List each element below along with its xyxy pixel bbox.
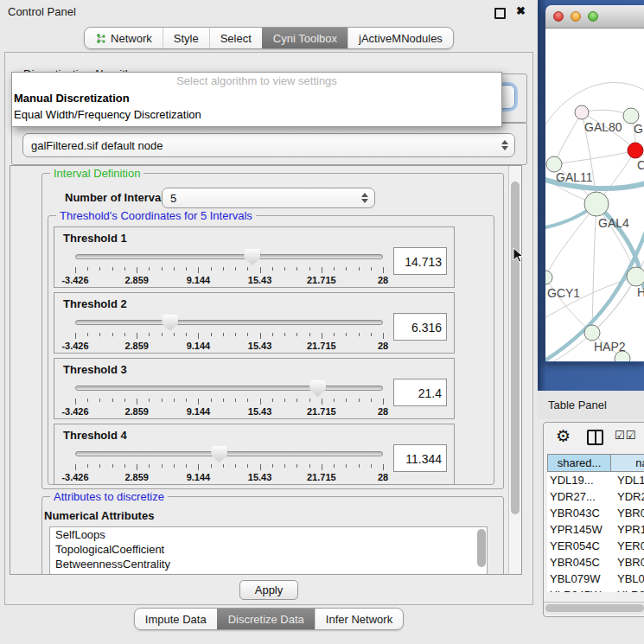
bottom-tab-infer-network[interactable]: Infer Network — [315, 609, 403, 629]
checkbox-icons[interactable]: ☑☑ — [615, 429, 636, 442]
tick-label: 9.144 — [187, 341, 211, 351]
threshold-value-field[interactable]: 21.4 — [393, 379, 447, 406]
table-row[interactable]: YBR043CYBR0 — [547, 505, 644, 521]
table-row[interactable]: YLR345WYLR3 — [547, 587, 644, 592]
slider-tick-labels: -3.4262.8599.14415.4321.71528 — [75, 341, 383, 351]
tick-label: 21.715 — [307, 406, 336, 417]
tick-mark — [211, 267, 212, 271]
bottom-tab-impute-data[interactable]: Impute Data — [135, 609, 217, 629]
network-canvas[interactable]: GAL80GCGAL11GAL4GCY1HHAP2 — [545, 29, 644, 361]
tick-mark — [112, 267, 113, 271]
tick-label: -3.426 — [61, 341, 88, 351]
slider-track[interactable] — [75, 320, 383, 325]
algorithm-popup-items: Manual DiscretizationEqual Width/Frequen… — [12, 90, 501, 123]
tab-jactivemnodules[interactable]: jActiveMNodules — [348, 28, 453, 48]
tick-label: 21.715 — [307, 275, 336, 285]
bottom-tab-discretize-data[interactable]: Discretize Data — [217, 609, 315, 629]
number-of-intervals-combobox[interactable]: 5 — [162, 188, 375, 208]
threshold-value-field[interactable]: 14.713 — [393, 247, 447, 275]
window-zoom-icon[interactable] — [588, 11, 598, 22]
tab-style[interactable]: Style — [163, 28, 209, 48]
tick-mark — [359, 267, 360, 271]
tab-network[interactable]: Network — [85, 28, 163, 48]
slider-thumb[interactable] — [244, 249, 260, 265]
threshold-slider-2[interactable]: -3.4262.8599.14415.4321.71528 — [75, 314, 383, 350]
tick-mark — [322, 333, 322, 339]
tick-mark — [211, 464, 212, 468]
attribute-item-betweennesscentrality[interactable]: BetweennessCentrality — [50, 557, 487, 571]
slider-ticks — [75, 464, 383, 471]
table-row[interactable]: YBR045CYBR0 — [547, 554, 644, 571]
slider-track[interactable] — [75, 254, 383, 259]
tick-mark — [87, 399, 88, 402]
list-scrollbar-thumb[interactable] — [477, 529, 486, 567]
desktop-background: GAL80GCGAL11GAL4GCY1HHAP2 — [538, 0, 644, 391]
tick-mark — [186, 333, 187, 336]
tab-cyni-toolbox[interactable]: Cyni Toolbox — [262, 28, 348, 48]
settings-vertical-scrollbar[interactable] — [508, 166, 521, 574]
attribute-item-selfloops[interactable]: SelfLoops — [50, 527, 487, 542]
table-row[interactable]: YDL19...YDL1 — [547, 472, 644, 488]
threshold-value-field[interactable]: 6.316 — [393, 313, 447, 341]
algorithm-option-equal-width-frequency-discretization[interactable]: Equal Width/Frequency Discretization — [12, 106, 501, 123]
table-data-combobox[interactable]: galFiltered.sif default node — [22, 133, 515, 157]
attribute-item-topologicalcoefficient[interactable]: TopologicalCoefficient — [50, 542, 487, 557]
threshold-label: Threshold 2 — [63, 297, 127, 310]
gear-icon[interactable]: ⚙ — [556, 426, 571, 446]
tick-mark — [137, 399, 137, 405]
network-node-gal4[interactable] — [584, 192, 609, 216]
table-panel-toolbar: ⚙ ☑☑ — [544, 423, 644, 452]
tick-mark — [359, 464, 360, 468]
window-minimize-icon[interactable] — [571, 11, 581, 22]
split-columns-icon[interactable] — [587, 430, 603, 445]
column-header-1[interactable]: shared... — [547, 454, 611, 472]
threshold-value-field[interactable]: 11.344 — [393, 444, 447, 472]
node-attribute-table[interactable]: shared...naYDL19...YDL1YDR27...YDR2YBR04… — [547, 454, 644, 592]
algorithm-option-manual-discretization[interactable]: Manual Discretization — [12, 90, 501, 106]
slider-track[interactable] — [75, 451, 383, 456]
table-row[interactable]: YDR27...YDR2 — [547, 488, 644, 505]
column-header-2[interactable]: na — [611, 454, 644, 472]
slider-thumb[interactable] — [162, 315, 178, 331]
table-horizontal-scrollbar[interactable] — [544, 602, 644, 615]
network-node-label: HAP2 — [594, 340, 626, 354]
table-row[interactable]: YER054CYER0 — [547, 538, 644, 554]
tick-mark — [99, 333, 100, 336]
table-row[interactable]: YBL079WYBL0 — [547, 571, 644, 587]
tick-label: 15.43 — [248, 406, 272, 417]
table-hscrollbar-thumb[interactable] — [545, 604, 644, 612]
window-close-icon[interactable] — [553, 11, 564, 22]
network-node-c[interactable] — [628, 143, 643, 158]
tick-mark — [247, 267, 248, 271]
tick-mark — [309, 267, 310, 271]
tick-mark — [284, 267, 285, 271]
network-node-label: C — [637, 158, 644, 172]
close-icon[interactable]: ✖ — [516, 4, 526, 17]
slider-thumb[interactable] — [309, 380, 326, 397]
threshold-slider-4[interactable]: -3.4262.8599.14415.4321.71528 — [75, 445, 383, 481]
tick-mark — [162, 267, 163, 271]
threshold-slider-1[interactable]: -3.4262.8599.14415.4321.71528 — [75, 248, 383, 284]
settings-scrollbar-thumb[interactable] — [511, 182, 520, 514]
network-node-gcy1[interactable] — [545, 271, 552, 284]
network-node-h[interactable] — [627, 267, 644, 286]
threshold-slider-3[interactable]: -3.4262.8599.14415.4321.71528 — [75, 379, 383, 416]
tick-mark — [211, 333, 212, 336]
table-row[interactable]: YPR145WYPR1 — [547, 521, 644, 538]
network-node-hap2[interactable] — [584, 325, 600, 341]
slider-thumb[interactable] — [211, 446, 227, 462]
tick-mark — [223, 333, 224, 336]
tick-mark — [359, 333, 360, 336]
float-window-icon[interactable] — [494, 8, 506, 19]
slider-track[interactable] — [75, 386, 383, 391]
numerical-attributes-list[interactable]: SelfLoopsTopologicalCoefficientBetweenne… — [49, 526, 488, 575]
table-cell: YBR043C — [547, 505, 613, 521]
tick-mark — [198, 333, 199, 339]
table-cell: YBR0 — [613, 505, 644, 521]
tick-mark — [334, 464, 335, 468]
tab-select[interactable]: Select — [209, 28, 262, 48]
network-node-label: GAL11 — [556, 170, 593, 184]
apply-button[interactable]: Apply — [239, 580, 298, 600]
network-node-gal80[interactable] — [575, 105, 589, 119]
tick-mark — [223, 399, 224, 402]
